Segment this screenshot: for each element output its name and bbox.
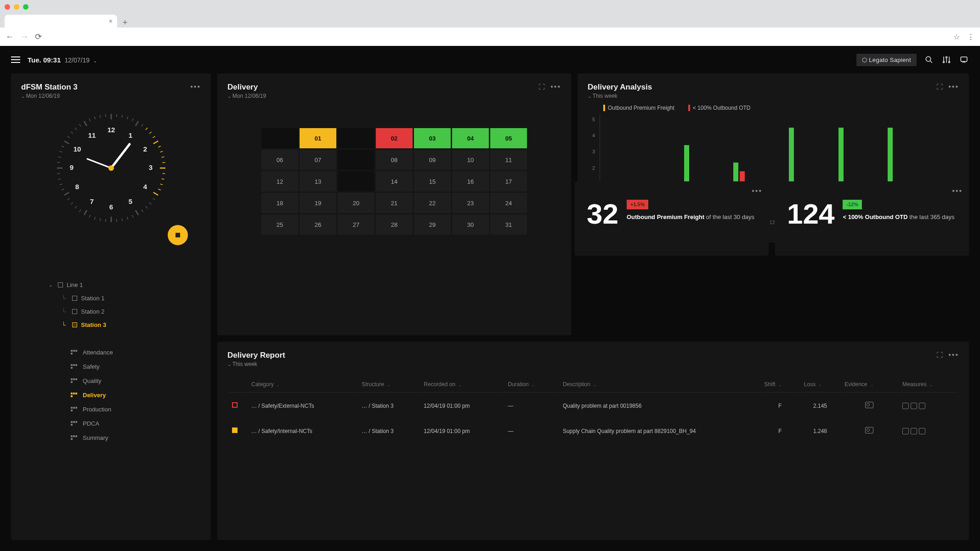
settings-slider-icon[interactable] xyxy=(941,55,952,65)
hamburger-icon[interactable] xyxy=(11,56,20,63)
table-row[interactable]: … / Safety/Internal-NCTs… / Station 312/… xyxy=(228,419,958,443)
cal-day[interactable]: 22 xyxy=(414,193,451,213)
panel-menu-icon[interactable]: ••• xyxy=(952,187,963,195)
evidence-icon[interactable] xyxy=(865,427,873,433)
main-grid: dFSM Station 3 Mon 12/06/19 ••• 1212 345… xyxy=(0,73,980,551)
cat-safety[interactable]: Safety xyxy=(21,360,201,374)
cat-quality[interactable]: Quality xyxy=(21,374,201,388)
maximize-window-icon[interactable] xyxy=(23,4,28,10)
cat-delivery[interactable]: Delivery xyxy=(21,388,201,402)
kpi-card: ••• 32 +1.5% Outbound Premium Freight of… xyxy=(575,181,769,256)
col-header[interactable]: Recorded on⌄ xyxy=(420,377,503,393)
cal-day[interactable]: 07 xyxy=(300,150,336,170)
svg-line-46 xyxy=(62,189,64,190)
panel-menu-icon[interactable]: ••• xyxy=(948,351,959,359)
expand-icon[interactable]: ⛶ xyxy=(936,83,943,90)
cat-production[interactable]: Production xyxy=(21,402,201,416)
cat-summary[interactable]: Summary xyxy=(21,431,201,445)
panel-menu-icon[interactable]: ••• xyxy=(190,83,201,91)
cal-day[interactable]: 29 xyxy=(414,214,451,235)
cal-day[interactable] xyxy=(338,150,374,170)
cal-day[interactable]: 04 xyxy=(452,128,489,148)
cal-day[interactable]: 03 xyxy=(414,128,451,148)
cal-day[interactable]: 16 xyxy=(452,171,489,191)
cal-day[interactable]: 23 xyxy=(452,193,489,213)
browser-tab[interactable]: × xyxy=(5,15,117,28)
cal-day[interactable]: 12 xyxy=(261,171,298,191)
new-tab-button[interactable]: + xyxy=(117,18,133,28)
cal-day[interactable]: 05 xyxy=(490,128,527,148)
row-status-icon xyxy=(232,402,238,408)
cal-day[interactable]: 09 xyxy=(414,150,451,170)
report-subtitle[interactable]: This week xyxy=(227,361,285,367)
cal-day[interactable] xyxy=(338,128,374,148)
reload-icon[interactable]: ⟳ xyxy=(35,32,42,42)
cal-day[interactable]: 02 xyxy=(376,128,413,148)
cal-day[interactable]: 20 xyxy=(338,193,374,213)
svg-line-27 xyxy=(149,202,151,204)
cal-day[interactable]: 27 xyxy=(338,214,374,235)
search-icon[interactable] xyxy=(924,55,934,65)
expand-icon[interactable]: ⛶ xyxy=(936,351,943,359)
cal-day[interactable] xyxy=(338,171,374,191)
star-icon[interactable]: ☆ xyxy=(953,33,960,41)
table-row[interactable]: … / Safety/External-NCTs… / Station 312/… xyxy=(228,394,958,418)
station-subtitle[interactable]: Mon 12/06/19 xyxy=(21,93,78,99)
col-header[interactable]: Loss⌄ xyxy=(800,377,840,393)
tree-station-3[interactable]: └Station 3 xyxy=(21,318,201,332)
cal-day[interactable]: 14 xyxy=(376,171,413,191)
cal-day[interactable]: 26 xyxy=(300,214,336,235)
col-header[interactable]: Category⌄ xyxy=(248,377,357,393)
cal-day[interactable]: 30 xyxy=(452,214,489,235)
cal-day[interactable]: 15 xyxy=(414,171,451,191)
cal-day[interactable]: 19 xyxy=(300,193,336,213)
col-header[interactable]: Duration⌄ xyxy=(504,377,558,393)
close-window-icon[interactable] xyxy=(5,4,10,10)
cal-day[interactable]: 25 xyxy=(261,214,298,235)
cal-day[interactable]: 06 xyxy=(261,150,298,170)
cal-day[interactable]: 18 xyxy=(261,193,298,213)
analysis-subtitle[interactable]: This week xyxy=(588,93,652,99)
cal-day[interactable]: 08 xyxy=(376,150,413,170)
cat-attendance[interactable]: Attendance xyxy=(21,345,201,360)
cat-pdca[interactable]: PDCA xyxy=(21,416,201,431)
cal-day[interactable]: 31 xyxy=(490,214,527,235)
col-header[interactable]: Shift⌄ xyxy=(761,377,799,393)
tab-close-icon[interactable]: × xyxy=(109,17,113,25)
browser-toolbar: ← → ⟳ ☆ ⋮ xyxy=(0,28,980,46)
evidence-icon[interactable] xyxy=(865,402,873,408)
panel-menu-icon[interactable]: ••• xyxy=(752,187,762,195)
tree-station-2[interactable]: └Station 2 xyxy=(21,305,201,318)
delivery-subtitle[interactable]: Mon 12/06/19 xyxy=(227,93,266,99)
measures-icons[interactable] xyxy=(902,428,954,434)
browser-menu-icon[interactable]: ⋮ xyxy=(967,33,974,41)
cal-day[interactable]: 17 xyxy=(490,171,527,191)
cal-day[interactable]: 01 xyxy=(300,128,336,148)
expand-icon[interactable]: ⛶ xyxy=(538,83,545,90)
col-header[interactable]: Description⌄ xyxy=(559,377,760,393)
cal-day[interactable]: 28 xyxy=(376,214,413,235)
cal-day[interactable]: 21 xyxy=(376,193,413,213)
svg-line-52 xyxy=(58,157,61,157)
panel-menu-icon[interactable]: ••• xyxy=(550,83,561,90)
forward-icon[interactable]: → xyxy=(20,32,28,42)
back-icon[interactable]: ← xyxy=(6,32,14,42)
minimize-window-icon[interactable] xyxy=(14,4,19,10)
cal-day[interactable]: 10 xyxy=(452,150,489,170)
col-header[interactable]: Measures⌄ xyxy=(899,377,958,393)
col-header[interactable]: Structure⌄ xyxy=(358,377,419,393)
tree-station-1[interactable]: └Station 1 xyxy=(21,292,201,305)
svg-rect-4 xyxy=(961,57,967,62)
cal-day[interactable]: 11 xyxy=(490,150,527,170)
measures-icons[interactable] xyxy=(902,403,954,409)
cal-day[interactable]: 13 xyxy=(300,171,336,191)
svg-point-2 xyxy=(946,56,947,58)
panel-menu-icon[interactable]: ••• xyxy=(948,83,959,90)
topbar-datetime[interactable]: Tue. 09:31 12/07/19 ⌄ xyxy=(28,56,97,64)
stop-button[interactable] xyxy=(168,225,188,245)
tree-line[interactable]: ⌄Line 1 xyxy=(21,278,201,292)
cal-day[interactable]: 24 xyxy=(490,193,527,213)
svg-line-53 xyxy=(59,152,62,152)
chat-icon[interactable] xyxy=(959,55,969,65)
col-header[interactable]: Evidence⌄ xyxy=(841,377,898,393)
